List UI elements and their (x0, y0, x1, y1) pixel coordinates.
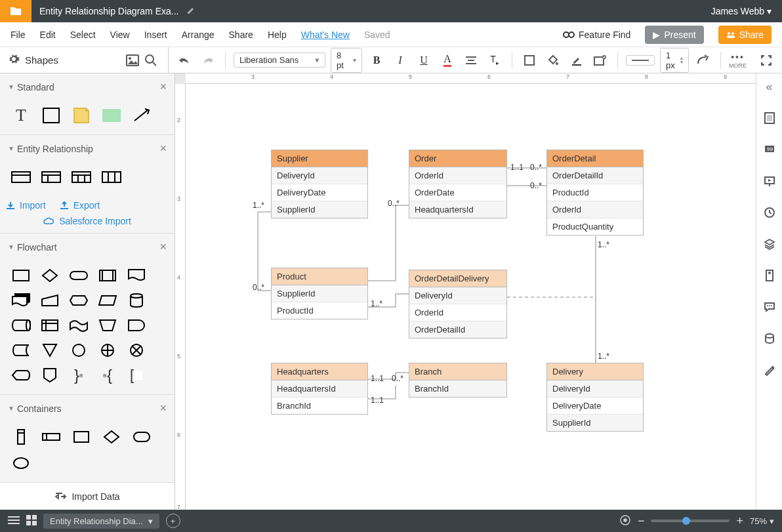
user-menu[interactable]: James Webb ▾ (701, 6, 782, 16)
fc-bracket[interactable]: [ (125, 365, 148, 385)
magic-icon[interactable] (760, 361, 779, 379)
container-1[interactable] (9, 427, 33, 447)
fc-multidoc[interactable] (9, 291, 33, 310)
page-tab[interactable]: Entity Relationship Dia...▾ (43, 514, 159, 529)
fc-decision[interactable] (38, 266, 62, 285)
export-link[interactable]: Export (59, 200, 100, 211)
share-button[interactable]: Share (718, 26, 772, 44)
import-data-button[interactable]: Import Data (0, 482, 175, 510)
entity-branch[interactable]: Branch BranchId (409, 363, 507, 398)
fc-delay[interactable] (125, 316, 148, 335)
shape-options-icon[interactable] (591, 51, 609, 70)
shape-arrow[interactable] (130, 106, 154, 125)
salesforce-import-link[interactable]: Salesforce Import (0, 215, 175, 233)
entity-order[interactable]: Order OrderId OrderDate HeadquartersId (409, 150, 507, 218)
font-family-select[interactable]: Liberation Sans▾ (234, 52, 325, 68)
fc-connector[interactable] (67, 340, 91, 360)
shape-block[interactable] (100, 106, 123, 125)
container-2[interactable] (39, 427, 63, 447)
menu-whats-new[interactable]: What's New (301, 30, 350, 40)
fc-stored-data[interactable] (9, 340, 33, 360)
more-button[interactable]: •••MORE (729, 52, 747, 69)
fc-merge[interactable] (38, 340, 62, 360)
section-standard-header[interactable]: ▼Standard× (0, 73, 175, 100)
line-width-select[interactable]: 1 px▴▾ (660, 48, 689, 73)
container-5[interactable] (130, 427, 154, 447)
container-6[interactable] (9, 453, 33, 473)
history-icon[interactable] (760, 203, 779, 222)
add-page-button[interactable]: + (166, 514, 180, 528)
menu-select[interactable]: Select (70, 30, 96, 40)
menu-insert[interactable]: Insert (144, 30, 167, 40)
fc-document[interactable] (125, 266, 148, 285)
section-er-header[interactable]: ▼Entity Relationship× (0, 135, 175, 162)
fc-internal[interactable] (38, 316, 62, 335)
menu-help[interactable]: Help (268, 30, 287, 40)
fc-note[interactable]: ≡{ (96, 365, 119, 385)
presentation-icon[interactable] (760, 172, 779, 190)
underline-icon[interactable]: U (415, 51, 433, 70)
menu-edit[interactable]: Edit (40, 30, 56, 40)
shape-er-1[interactable] (9, 167, 33, 187)
shape-text[interactable]: T (9, 106, 33, 125)
text-options-icon[interactable]: T▸ (485, 51, 504, 70)
fc-database[interactable] (125, 291, 148, 310)
master-icon[interactable] (760, 266, 779, 285)
layers-icon[interactable] (760, 235, 779, 253)
feature-find[interactable]: Feature Find (563, 30, 630, 40)
section-flowchart-header[interactable]: ▼Flowchart× (0, 234, 175, 260)
menu-share[interactable]: Share (229, 30, 253, 40)
entity-delivery[interactable]: Delivery DeliveryId DeliveryDate Supplie… (546, 363, 644, 432)
menu-view[interactable]: View (110, 30, 130, 40)
fill-icon[interactable] (544, 51, 562, 70)
close-icon[interactable]: × (159, 142, 167, 155)
fc-direct-data[interactable] (9, 316, 33, 335)
fc-sum[interactable] (125, 340, 148, 360)
import-link[interactable]: Import (5, 200, 46, 211)
shape-er-4[interactable] (100, 167, 123, 187)
target-icon[interactable] (619, 514, 631, 528)
align-icon[interactable] (462, 51, 480, 70)
shape-er-3[interactable] (70, 167, 93, 187)
entity-odd[interactable]: OrderDetailDelivery DeliveryId OrderId O… (409, 270, 507, 338)
zoom-out-icon[interactable]: − (638, 514, 645, 528)
border-color-icon[interactable] (567, 51, 586, 70)
bold-icon[interactable]: B (367, 51, 386, 70)
fc-process[interactable] (9, 266, 33, 285)
fc-terminator[interactable] (67, 266, 91, 285)
fc-offpage[interactable] (38, 365, 62, 385)
zoom-in-icon[interactable]: + (736, 514, 743, 528)
entity-supplier[interactable]: Supplier DeliveryId DeliveryDate Supplie… (271, 150, 368, 218)
gear-icon[interactable] (8, 53, 20, 67)
line-style-select[interactable] (626, 55, 655, 66)
image-icon[interactable] (123, 51, 142, 70)
fc-brace-right[interactable]: }≡ (67, 365, 91, 385)
pencil-icon[interactable] (186, 6, 196, 17)
fc-display[interactable] (9, 365, 33, 385)
data-icon[interactable] (760, 329, 779, 348)
menu-arrange[interactable]: Arrange (182, 30, 215, 40)
fc-data[interactable] (96, 291, 119, 310)
canvas[interactable]: Supplier DeliveryId DeliveryDate Supplie… (186, 84, 756, 510)
grid-view-icon[interactable] (26, 515, 37, 527)
italic-icon[interactable]: I (391, 51, 409, 70)
close-icon[interactable]: × (159, 401, 167, 415)
entity-order-detail[interactable]: OrderDetail OrderDetailId ProductId Orde… (546, 150, 644, 235)
section-containers-header[interactable]: ▼Containers× (0, 395, 175, 422)
present-button[interactable]: ▶ Present (645, 26, 703, 44)
fc-or[interactable] (96, 340, 119, 360)
shape-outline-icon[interactable] (520, 51, 539, 70)
page-icon[interactable] (760, 109, 779, 127)
entity-headquarters[interactable]: Headquarters HeadquartersId BranchId (271, 363, 368, 415)
fullscreen-icon[interactable] (757, 51, 775, 70)
document-title[interactable]: Entity Relationship Diagram Exa... (31, 6, 186, 16)
container-3[interactable] (70, 427, 93, 447)
font-size-select[interactable]: 8 pt▾ (331, 48, 362, 73)
shape-rect[interactable] (39, 106, 63, 125)
menu-file[interactable]: File (10, 30, 26, 40)
undo-icon[interactable] (175, 51, 194, 70)
search-icon[interactable] (142, 51, 160, 70)
list-view-icon[interactable] (8, 516, 20, 527)
close-icon[interactable]: × (159, 240, 167, 254)
fc-predefined[interactable] (96, 266, 119, 285)
